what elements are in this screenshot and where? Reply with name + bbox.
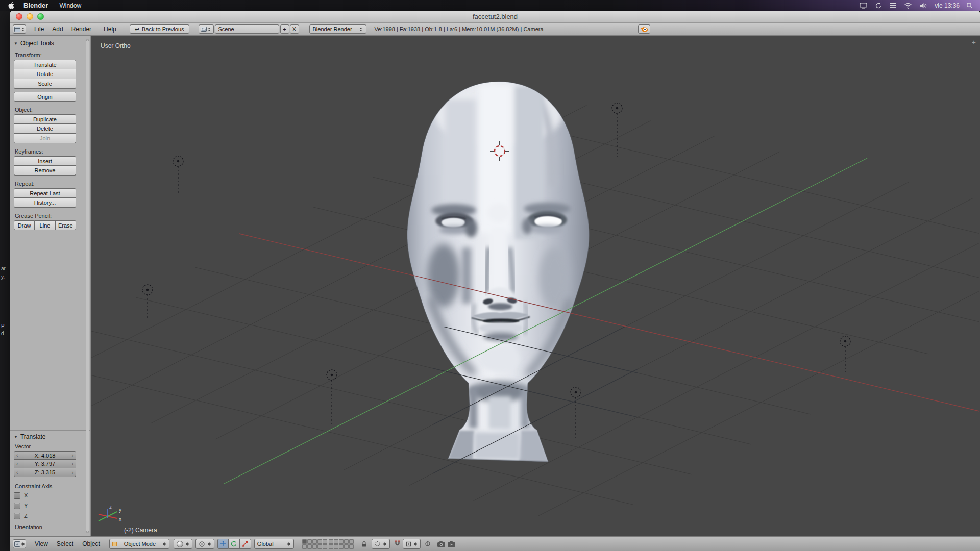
spotlight-search-icon[interactable] <box>966 2 973 9</box>
layer-cell[interactable] <box>302 544 307 549</box>
lamp-object[interactable] <box>612 103 622 157</box>
rotate-manipulator-button[interactable] <box>229 539 240 549</box>
snap-element-icon <box>406 541 411 547</box>
mode-dropdown[interactable]: Object Mode <box>109 539 169 549</box>
menu-add[interactable]: Add <box>52 26 63 33</box>
snap-magnet-icon[interactable] <box>394 540 401 547</box>
duplicate-button[interactable]: Duplicate <box>14 114 76 124</box>
wifi-icon[interactable] <box>904 3 912 9</box>
back-to-previous-button[interactable]: ↩ Back to Previous <box>130 24 189 34</box>
translate-panel-header[interactable]: ▼ Translate <box>14 433 90 440</box>
layer-cell[interactable] <box>349 544 354 549</box>
opengl-render-still-button[interactable] <box>437 541 446 547</box>
layer-cell[interactable] <box>329 539 333 544</box>
object-menu[interactable]: Object <box>82 540 100 547</box>
menu-help[interactable]: Help <box>104 26 116 33</box>
translate-manipulator-button[interactable] <box>217 539 229 549</box>
layer-cell[interactable] <box>323 539 327 544</box>
slider-right-arrow-icon[interactable]: › <box>72 461 74 467</box>
layer-cell[interactable] <box>344 544 349 549</box>
vector-x-slider[interactable]: ‹ X: 4.018 › <box>14 451 76 460</box>
constraint-y-checkbox[interactable] <box>14 503 20 509</box>
layer-grid-left[interactable] <box>302 539 327 549</box>
display-status-icon[interactable] <box>860 3 867 9</box>
grease-erase-button[interactable]: Erase <box>56 220 76 230</box>
vector-z-slider[interactable]: ‹ Z: 3.315 › <box>14 468 76 477</box>
properties-region-toggle[interactable]: + <box>972 38 976 46</box>
viewport-shading-dropdown[interactable] <box>174 539 192 549</box>
window-titlebar[interactable]: faccetut2.blend <box>10 11 980 23</box>
translate-button[interactable]: Translate <box>14 60 76 69</box>
layer-cell[interactable] <box>307 544 312 549</box>
scene-add-button[interactable]: + <box>280 24 289 34</box>
layer-grid-right[interactable] <box>329 539 354 549</box>
layer-cell[interactable] <box>312 544 317 549</box>
slider-left-arrow-icon[interactable]: ‹ <box>16 453 18 458</box>
menu-window[interactable]: Window <box>59 2 81 9</box>
snap-target-icon[interactable] <box>425 541 431 547</box>
constraint-z-checkbox[interactable] <box>14 513 20 519</box>
layer-cell[interactable] <box>344 539 349 544</box>
lamp-object[interactable] <box>840 336 850 372</box>
lamp-object[interactable] <box>571 387 581 439</box>
spaces-grid-icon[interactable] <box>890 2 896 9</box>
rotate-button[interactable]: Rotate <box>14 69 76 79</box>
slider-left-arrow-icon[interactable]: ‹ <box>16 470 18 475</box>
join-button[interactable]: Join <box>14 134 76 143</box>
layer-cell[interactable] <box>317 544 322 549</box>
apple-menu-icon[interactable] <box>8 2 14 9</box>
layer-cell[interactable] <box>339 539 344 544</box>
menu-render[interactable]: Render <box>71 26 91 33</box>
layer-cell[interactable] <box>323 544 327 549</box>
lamp-object[interactable] <box>173 156 183 195</box>
layer-cell[interactable] <box>334 539 338 544</box>
repeat-last-button[interactable]: Repeat Last <box>14 188 76 198</box>
viewport-3d[interactable]: x y z User Ortho (-2) Camera + <box>91 36 980 536</box>
scene-lock-icon[interactable] <box>361 541 368 547</box>
grease-draw-button[interactable]: Draw <box>14 220 35 230</box>
layer-cell[interactable] <box>317 539 322 544</box>
app-menu-blender[interactable]: Blender <box>23 2 48 9</box>
editor-type-button[interactable] <box>13 24 26 34</box>
transform-orientation-dropdown[interactable]: Global <box>254 539 294 549</box>
object-tools-panel-header[interactable]: ▼ Object Tools <box>14 40 76 47</box>
layer-cell[interactable] <box>329 544 333 549</box>
scene-name-field[interactable]: Scene <box>215 24 279 34</box>
view-menu[interactable]: View <box>35 540 48 547</box>
insert-keyframe-button[interactable]: Insert <box>14 156 76 166</box>
scale-button[interactable]: Scale <box>14 79 76 89</box>
constraint-x-checkbox[interactable] <box>14 492 20 499</box>
menubar-clock[interactable]: vie 13:36 <box>935 2 960 9</box>
editor-type-button[interactable] <box>13 539 26 548</box>
scale-manipulator-button[interactable] <box>240 539 251 549</box>
layer-cell[interactable] <box>334 544 338 549</box>
scene-browse-button[interactable] <box>199 24 214 34</box>
grease-line-button[interactable]: Line <box>35 220 55 230</box>
volume-icon[interactable] <box>920 3 927 9</box>
history-button[interactable]: History... <box>14 198 76 208</box>
layer-cell[interactable] <box>349 539 354 544</box>
lamp-object[interactable] <box>142 285 153 319</box>
vector-y-slider[interactable]: ‹ Y: 3.797 › <box>14 460 76 468</box>
menu-file[interactable]: File <box>34 26 44 33</box>
tool-shelf-scrollbar[interactable] <box>86 39 89 533</box>
origin-button[interactable]: Origin <box>14 92 76 102</box>
select-menu[interactable]: Select <box>57 540 74 547</box>
layer-cell[interactable] <box>302 539 307 544</box>
slider-right-arrow-icon[interactable]: › <box>72 470 74 475</box>
layer-cell[interactable] <box>312 539 317 544</box>
delete-button[interactable]: Delete <box>14 124 76 134</box>
render-engine-dropdown[interactable]: Blender Render <box>309 24 366 34</box>
slider-left-arrow-icon[interactable]: ‹ <box>16 461 18 467</box>
slider-right-arrow-icon[interactable]: › <box>72 453 74 458</box>
remove-keyframe-button[interactable]: Remove <box>14 166 76 176</box>
layer-cell[interactable] <box>339 544 344 549</box>
scene-unlink-button[interactable]: X <box>290 24 299 34</box>
snap-element-dropdown[interactable] <box>403 539 421 549</box>
opengl-render-anim-button[interactable] <box>447 541 456 547</box>
layer-cell[interactable] <box>307 539 312 544</box>
sync-status-icon[interactable] <box>875 2 882 9</box>
head-mesh[interactable] <box>407 82 589 462</box>
pivot-point-dropdown[interactable] <box>195 539 214 549</box>
proportional-edit-dropdown[interactable] <box>372 539 390 549</box>
